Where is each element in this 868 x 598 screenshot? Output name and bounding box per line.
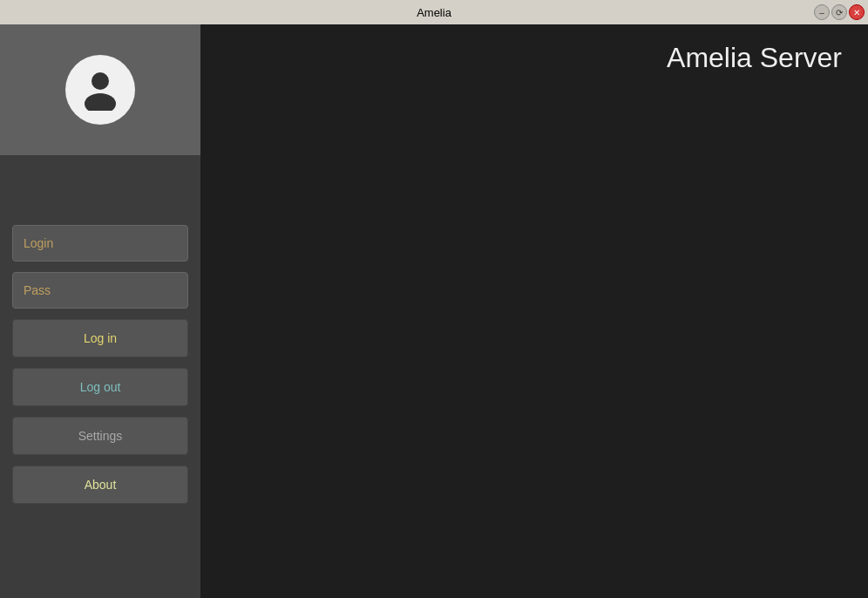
- minimize-button[interactable]: –: [814, 4, 830, 20]
- login-button[interactable]: Log in: [12, 319, 188, 357]
- restore-button[interactable]: ⟳: [831, 4, 847, 20]
- title-bar: Amelia – ⟳ ✕: [0, 0, 868, 24]
- sidebar: Log in Log out Settings About: [0, 24, 200, 598]
- main-layout: Log in Log out Settings About Amelia Ser…: [0, 24, 868, 598]
- window-title: Amelia: [417, 6, 451, 19]
- user-icon: [78, 65, 123, 114]
- logout-button[interactable]: Log out: [12, 368, 188, 406]
- password-input[interactable]: [12, 272, 188, 309]
- avatar: [65, 55, 135, 125]
- close-button[interactable]: ✕: [849, 4, 865, 20]
- avatar-area: [0, 24, 200, 155]
- content-area: Amelia Server: [200, 24, 868, 598]
- server-title: Amelia Server: [667, 42, 842, 74]
- window-controls: – ⟳ ✕: [814, 4, 865, 20]
- nav-area: Log in Log out Settings About: [0, 155, 200, 581]
- settings-button[interactable]: Settings: [12, 417, 188, 455]
- login-input[interactable]: [12, 225, 188, 262]
- svg-point-0: [92, 72, 109, 90]
- svg-point-1: [85, 93, 116, 111]
- about-button[interactable]: About: [12, 465, 188, 504]
